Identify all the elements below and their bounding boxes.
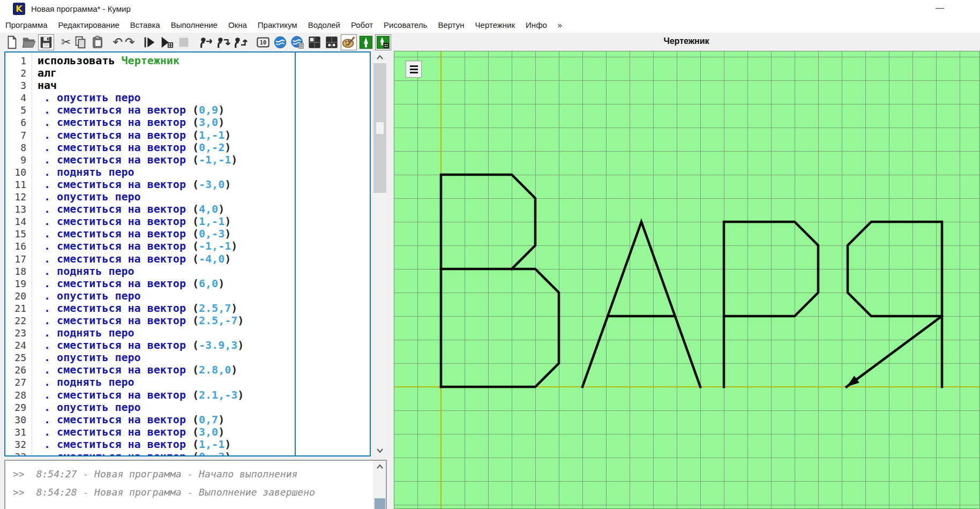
- code-line-24[interactable]: . сместиться на вектор (-3.9,3): [38, 339, 370, 351]
- code-line-5[interactable]: . сместиться на вектор (0,9): [38, 104, 370, 116]
- menu-item-Робот[interactable]: Робот: [346, 18, 378, 33]
- code-line-20[interactable]: . опустить перо: [38, 290, 370, 302]
- editor-scrollbar-thumb[interactable]: [373, 63, 386, 193]
- run-step-icon: [159, 35, 174, 50]
- menu-item-»[interactable]: »: [552, 18, 567, 33]
- line-number: 27: [5, 376, 32, 388]
- stop-button[interactable]: [176, 34, 192, 50]
- menu-item-Вставка[interactable]: Вставка: [125, 18, 166, 33]
- console-scrollbar-thumb[interactable]: [375, 498, 385, 509]
- code-line-29[interactable]: . опустить перо: [38, 401, 370, 414]
- menu-item-Вертун[interactable]: Вертун: [432, 18, 469, 33]
- paste-button[interactable]: [89, 34, 106, 50]
- console-scroll-up-arrow[interactable]: [374, 461, 386, 473]
- menu-item-Выполнение[interactable]: Выполнение: [166, 18, 223, 33]
- menu-item-Редактирование[interactable]: Редактирование: [53, 18, 125, 33]
- code-line-7[interactable]: . сместиться на вектор (1,-1): [38, 129, 370, 141]
- canvas-menu-button[interactable]: [406, 61, 422, 78]
- code-line-8[interactable]: . сместиться на вектор (0,-2): [38, 141, 370, 154]
- chertezhnik-window-button[interactable]: [358, 34, 374, 50]
- new-file-button[interactable]: [4, 34, 20, 50]
- step-out-button[interactable]: [233, 34, 249, 50]
- menu-item-Окна[interactable]: Окна: [223, 18, 252, 33]
- cut-button[interactable]: ✂: [61, 34, 71, 50]
- code-line-25[interactable]: . опустить перо: [38, 351, 370, 364]
- menu-item-Рисователь[interactable]: Рисователь: [378, 18, 432, 33]
- line-number: 19: [5, 278, 32, 290]
- line-number: 3: [5, 79, 32, 92]
- code-line-33[interactable]: . сместиться на вектор (0,-2): [38, 451, 370, 456]
- vodoley-remote-button[interactable]: [289, 34, 305, 50]
- scroll-down-arrow[interactable]: [373, 445, 387, 456]
- copy-button[interactable]: [72, 34, 88, 50]
- new-file-icon: [4, 35, 19, 50]
- minimize-button[interactable]: —: [929, 0, 951, 18]
- code-line-13[interactable]: . сместиться на вектор (4,0): [38, 203, 370, 215]
- code-editor[interactable]: 1234567891011121314151617181920212223242…: [4, 51, 371, 456]
- chertezhnik-canvas[interactable]: [394, 51, 980, 509]
- save-icon: [39, 35, 54, 50]
- code-line-21[interactable]: . сместиться на вектор (2.5,7): [38, 302, 370, 315]
- console-message: >>8:54:27 - Новая программа - Начало вып…: [5, 465, 386, 483]
- risovatel-window-button[interactable]: [341, 34, 357, 50]
- line-number: 20: [5, 290, 32, 302]
- line-number: 21: [5, 302, 32, 315]
- code-line-15[interactable]: . сместиться на вектор (0,-3): [38, 228, 370, 240]
- code-line-26[interactable]: . сместиться на вектор (2.8,0): [38, 364, 370, 376]
- code-line-32[interactable]: . сместиться на вектор (1,-1): [38, 438, 370, 451]
- vodoley-window-button[interactable]: [272, 34, 288, 50]
- run-step-button[interactable]: [159, 34, 175, 50]
- editor-scrollbar[interactable]: [373, 51, 387, 456]
- stop-icon: [176, 35, 191, 50]
- step-into-button[interactable]: [215, 34, 231, 50]
- menu-item-Чертежник[interactable]: Чертежник: [470, 18, 521, 33]
- code-line-17[interactable]: . сместиться на вектор (-4,0): [38, 253, 370, 265]
- step-over-button[interactable]: [198, 34, 214, 50]
- code-line-19[interactable]: . сместиться на вектор (6,0): [38, 278, 370, 290]
- paste-icon: [90, 35, 105, 50]
- code-line-6[interactable]: . сместиться на вектор (3,0): [38, 116, 370, 129]
- run-icon: [142, 35, 157, 50]
- code-line-2[interactable]: алг: [38, 67, 370, 79]
- scroll-up-arrow[interactable]: [373, 51, 387, 63]
- code-line-1[interactable]: использовать Чертежник: [38, 55, 370, 67]
- save-button[interactable]: [38, 34, 54, 50]
- code-line-3[interactable]: нач: [38, 79, 370, 92]
- run-button[interactable]: [141, 34, 158, 50]
- step-out-icon: [233, 35, 248, 50]
- menu-item-Водолей[interactable]: Водолей: [303, 18, 346, 33]
- menu-item-Программа[interactable]: Программа: [0, 18, 53, 33]
- code-line-11[interactable]: . сместиться на вектор (-3,0): [38, 178, 370, 191]
- robot-remote-button[interactable]: [324, 34, 340, 50]
- menu-item-Практикум[interactable]: Практикум: [252, 18, 303, 33]
- code-text-area[interactable]: использовать Чертежникалгнач . опустить …: [38, 53, 370, 455]
- code-line-27[interactable]: . поднять перо: [38, 376, 370, 388]
- code-line-12[interactable]: . опустить перо: [38, 191, 370, 203]
- chertezhnik-remote-button[interactable]: [375, 34, 391, 50]
- line-number: 31: [5, 426, 32, 438]
- code-line-22[interactable]: . сместиться на вектор (2.5,-7): [38, 315, 370, 327]
- open-file-icon: [21, 35, 36, 50]
- line-number: 32: [5, 438, 32, 451]
- drawing-surface[interactable]: [394, 51, 980, 509]
- menu-item-Инфо[interactable]: Инфо: [520, 18, 552, 33]
- robot-window-button[interactable]: [306, 34, 323, 50]
- open-file-button[interactable]: [21, 34, 37, 50]
- code-line-16[interactable]: . сместиться на вектор (-1,-1): [38, 240, 370, 252]
- risovatel-icon: [341, 35, 356, 50]
- code-line-14[interactable]: . сместиться на вектор (1,-1): [38, 215, 370, 228]
- show-margin-values-button[interactable]: 10: [255, 34, 271, 50]
- code-line-30[interactable]: . сместиться на вектор (0,7): [38, 414, 370, 426]
- code-line-18[interactable]: . поднять перо: [38, 265, 370, 278]
- redo-button[interactable]: ↷: [124, 34, 135, 50]
- code-line-9[interactable]: . сместиться на вектор (-1,-1): [38, 154, 370, 166]
- code-line-23[interactable]: . поднять перо: [38, 327, 370, 339]
- code-line-28[interactable]: . сместиться на вектор (2.1,-3): [38, 389, 370, 401]
- code-line-4[interactable]: . опустить перо: [38, 92, 370, 104]
- code-line-31[interactable]: . сместиться на вектор (3,0): [38, 426, 370, 438]
- code-line-10[interactable]: . поднять перо: [38, 166, 370, 178]
- undo-button[interactable]: ↶: [112, 34, 123, 50]
- console-scrollbar[interactable]: [373, 461, 386, 509]
- scrollbar-grip: [376, 122, 384, 134]
- chertezhnik-dock-panel: Чертежник: [393, 33, 980, 509]
